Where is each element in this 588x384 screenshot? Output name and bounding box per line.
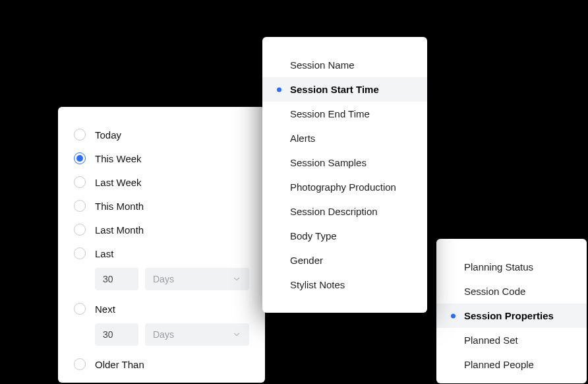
option-label: Next — [95, 304, 115, 315]
option-label: Last Month — [95, 224, 144, 236]
item-label: Session Code — [464, 286, 525, 297]
date-range-option[interactable]: Today — [58, 123, 265, 146]
panel-session-fields-primary: Session NameSession Start TimeSession En… — [262, 37, 427, 313]
item-label: Alerts — [290, 133, 315, 144]
item-label: Planned People — [464, 359, 534, 370]
relative-date-inputs: Days — [58, 265, 265, 297]
radio-icon[interactable] — [74, 152, 86, 164]
radio-icon[interactable] — [74, 358, 86, 370]
select-value: Days — [153, 329, 174, 340]
item-label: Session Samples — [290, 157, 367, 168]
field-list-item[interactable]: Gender — [262, 248, 427, 272]
field-list-item[interactable]: Planned Set — [436, 328, 587, 352]
field-list-item[interactable]: Session Properties — [436, 304, 587, 328]
option-label: Today — [95, 129, 121, 141]
radio-icon[interactable] — [74, 200, 86, 212]
field-list-item[interactable]: Session Start Time — [262, 77, 427, 102]
field-list-item[interactable]: Planning Status — [436, 255, 587, 279]
chevron-down-icon — [232, 274, 241, 284]
date-range-option[interactable]: This Month — [58, 194, 265, 218]
date-range-option[interactable]: Last Week — [58, 170, 265, 194]
item-label: Session Description — [290, 206, 378, 217]
field-list-item[interactable]: Body Type — [262, 224, 427, 248]
item-label: Stylist Notes — [290, 279, 345, 290]
radio-icon[interactable] — [74, 224, 86, 236]
panel-date-range: TodayThis WeekLast WeekThis MonthLast Mo… — [58, 107, 265, 383]
field-list-item[interactable]: Session Samples — [262, 150, 427, 175]
radio-icon[interactable] — [74, 129, 86, 141]
field-list-item[interactable]: Stylist Notes — [262, 272, 427, 297]
date-range-option[interactable]: Last Month — [58, 218, 265, 241]
field-list-item[interactable]: Session Name — [262, 53, 427, 77]
radio-icon[interactable] — [74, 247, 86, 259]
field-list-item[interactable]: Session Description — [262, 199, 427, 224]
radio-icon[interactable] — [74, 303, 86, 315]
duration-unit-select[interactable]: Days — [145, 323, 249, 346]
item-label: Session Name — [290, 59, 355, 71]
option-label: Last — [95, 248, 113, 259]
item-label: Body Type — [290, 230, 337, 241]
option-label: This Week — [95, 153, 142, 164]
chevron-down-icon — [232, 330, 241, 339]
panel-session-fields-secondary: Planning StatusSession CodeSession Prope… — [436, 239, 587, 383]
field-list-item[interactable]: Session End Time — [262, 102, 427, 126]
item-label: Session Start Time — [290, 84, 379, 95]
item-label: Session End Time — [290, 108, 370, 119]
field-list-item[interactable]: Planned People — [436, 352, 587, 377]
duration-value-input[interactable] — [95, 323, 138, 346]
select-value: Days — [153, 274, 174, 284]
date-range-option[interactable]: This Week — [58, 146, 265, 170]
radio-icon[interactable] — [74, 176, 86, 188]
field-list-item[interactable]: Session Code — [436, 279, 587, 304]
item-label: Planning Status — [464, 261, 533, 272]
item-label: Session Properties — [464, 310, 554, 321]
option-label: Last Week — [95, 177, 142, 188]
date-range-option[interactable]: Last — [58, 241, 265, 265]
option-label: This Month — [95, 201, 144, 212]
duration-unit-select[interactable]: Days — [145, 268, 249, 290]
relative-date-inputs: Days — [58, 321, 265, 352]
item-label: Photography Production — [290, 181, 396, 193]
item-label: Gender — [290, 255, 323, 266]
field-list-item[interactable]: Alerts — [262, 126, 427, 150]
field-list-item[interactable]: Photography Production — [262, 175, 427, 199]
option-label: Older Than — [95, 359, 144, 370]
item-label: Planned Set — [464, 335, 518, 346]
date-range-option[interactable]: Older Than — [58, 352, 265, 376]
date-range-option[interactable]: Next — [58, 297, 265, 321]
duration-value-input[interactable] — [95, 268, 138, 290]
